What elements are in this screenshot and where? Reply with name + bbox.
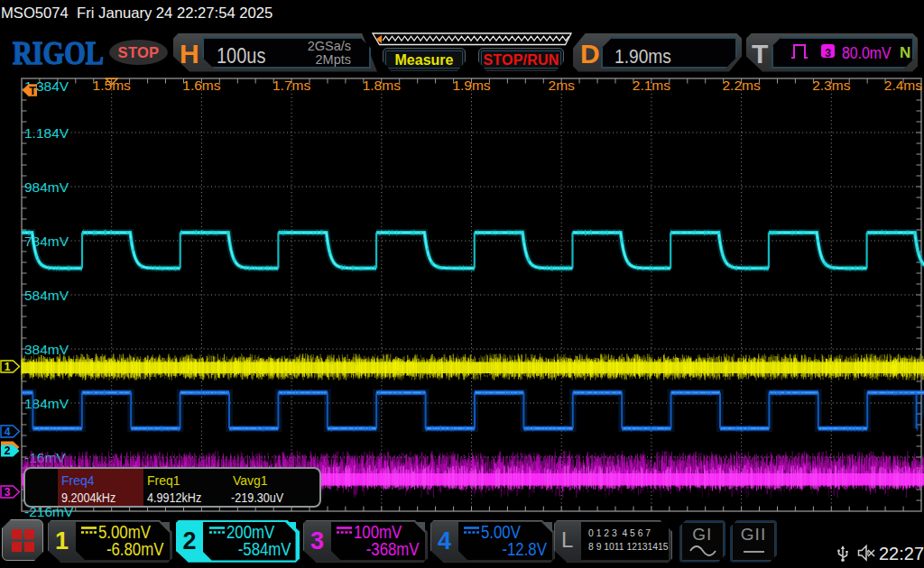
svg-text:584mV: 584mV <box>24 288 69 303</box>
svg-text:1.7ms: 1.7ms <box>273 78 310 93</box>
svg-text:1.184V: 1.184V <box>24 125 69 141</box>
svg-text:2.1ms: 2.1ms <box>633 78 670 93</box>
svg-text:1.6ms: 1.6ms <box>182 78 220 93</box>
svg-text:984mV: 984mV <box>24 179 69 195</box>
svg-text:2ms: 2ms <box>549 78 576 93</box>
svg-text:1: 1 <box>5 361 11 373</box>
svg-text:1.8ms: 1.8ms <box>363 78 401 93</box>
svg-text:T: T <box>29 84 36 97</box>
svg-text:4: 4 <box>5 426 11 438</box>
svg-text:2.2ms: 2.2ms <box>722 78 760 93</box>
svg-text:1.9ms: 1.9ms <box>452 78 490 93</box>
svg-text:2: 2 <box>5 444 11 457</box>
svg-text:3: 3 <box>5 486 11 499</box>
svg-text:384mV: 384mV <box>24 342 69 357</box>
svg-text:2.4ms: 2.4ms <box>884 78 922 93</box>
svg-text:2.3ms: 2.3ms <box>812 78 850 93</box>
